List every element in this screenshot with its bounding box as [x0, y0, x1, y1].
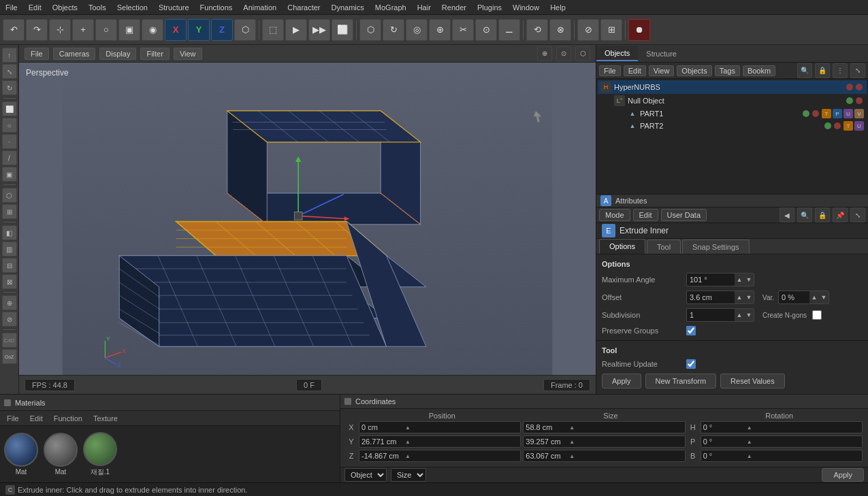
obj-toolbar-view[interactable]: View: [649, 65, 675, 76]
vt-edit[interactable]: File: [25, 48, 49, 60]
tab-structure[interactable]: Structure: [638, 47, 685, 61]
left-tool-display3[interactable]: ⊟: [2, 258, 17, 273]
max-angle-input[interactable]: [687, 274, 735, 285]
toolbar-ring[interactable]: ◎: [406, 19, 428, 41]
material-item-1[interactable]: Mat: [4, 433, 38, 476]
vt-display[interactable]: Display: [99, 48, 136, 60]
menu-dynamics[interactable]: Dynamics: [326, 2, 370, 13]
vt-icon3[interactable]: ⬡: [575, 46, 590, 61]
left-tool-display4[interactable]: ⊠: [2, 274, 17, 289]
attr-userdata-btn[interactable]: User Data: [661, 209, 707, 221]
obj-part1[interactable]: ▲ PART1 T P U V: [598, 108, 867, 120]
obj-toolbar-bookm[interactable]: Bookm: [743, 65, 775, 76]
menu-edit[interactable]: Edit: [23, 2, 47, 13]
realtime-update-checkbox[interactable]: [686, 359, 696, 369]
coords-x-rot[interactable]: ▲: [701, 421, 863, 433]
tab-objects[interactable]: Objects: [596, 46, 638, 61]
left-tool-c4d[interactable]: C4D: [2, 333, 17, 348]
coords-y-rot-input[interactable]: [701, 436, 745, 447]
coords-y-pos-input[interactable]: [359, 436, 404, 447]
menu-animation[interactable]: Animation: [238, 2, 282, 13]
toolbar-x-axis[interactable]: X: [165, 19, 187, 41]
create-ngons-checkbox[interactable]: [812, 310, 822, 320]
menu-objects[interactable]: Objects: [47, 2, 83, 13]
attr-expand-btn[interactable]: ⤡: [850, 208, 865, 222]
toolbar-render-active[interactable]: ▶: [285, 19, 307, 41]
left-tool-texture[interactable]: ⊞: [2, 204, 17, 219]
coords-y-pos[interactable]: ▲: [359, 435, 521, 448]
menu-functions[interactable]: Functions: [195, 2, 238, 13]
reset-values-btn[interactable]: Reset Values: [720, 374, 785, 388]
coords-z-rot-up[interactable]: ▲: [745, 453, 754, 459]
offset-spinbox[interactable]: ▲ ▼: [686, 291, 754, 304]
left-tool-obj[interactable]: ○: [2, 118, 17, 133]
var-up[interactable]: ▲: [809, 291, 819, 303]
menu-plugins[interactable]: Plugins: [472, 2, 507, 13]
offset-up[interactable]: ▲: [735, 291, 744, 303]
menu-window[interactable]: Window: [507, 2, 545, 13]
vt-cameras[interactable]: Cameras: [53, 48, 96, 60]
mat-file-btn[interactable]: File: [4, 414, 22, 423]
toolbar-magnet[interactable]: ⊗: [549, 19, 571, 41]
toolbar-y-axis[interactable]: Y: [188, 19, 210, 41]
obj-hyperNURBS[interactable]: H HyperNURBS: [598, 80, 867, 94]
left-tool-paint[interactable]: ⬡: [2, 188, 17, 203]
coords-z-pos-up[interactable]: ▲: [404, 453, 412, 459]
coords-x-pos-input[interactable]: [359, 422, 404, 433]
toolbar-add[interactable]: +: [72, 19, 94, 41]
attr-tab-tool[interactable]: Tool: [647, 239, 681, 254]
attr-pin-btn[interactable]: 📌: [833, 208, 848, 222]
left-tool-snap2[interactable]: ⊘: [2, 312, 17, 327]
toolbar-weld[interactable]: ⊙: [475, 19, 497, 41]
coords-x-rot-up[interactable]: ▲: [745, 425, 754, 431]
coords-x-size[interactable]: ▲: [523, 421, 685, 433]
offset-input[interactable]: [687, 292, 735, 303]
obj-toolbar-tags[interactable]: Tags: [715, 65, 740, 76]
coords-z-size-up[interactable]: ▲: [568, 453, 576, 459]
left-tool-poly[interactable]: ▣: [2, 167, 17, 182]
toolbar-mesh[interactable]: ⬡: [234, 19, 256, 41]
toolbar-sphere[interactable]: ◉: [142, 19, 163, 41]
toolbar-poly[interactable]: ⬡: [359, 19, 381, 41]
left-tool-scale[interactable]: ⤡: [2, 64, 17, 79]
var-input[interactable]: [779, 292, 809, 303]
left-tool-model[interactable]: ⬜: [2, 101, 17, 116]
coords-z-size[interactable]: ▲: [523, 450, 685, 462]
menu-tools[interactable]: Tools: [83, 2, 112, 13]
toolbar-render-all[interactable]: ▶▶: [308, 19, 330, 41]
preserve-groups-checkbox[interactable]: [686, 326, 696, 335]
left-tool-goz[interactable]: GoZ: [2, 349, 17, 364]
obj-toolbar-edit[interactable]: Edit: [624, 65, 646, 76]
attr-tab-snap[interactable]: Snap Settings: [682, 239, 750, 254]
obj-toolbar-file[interactable]: File: [599, 65, 621, 76]
left-tool-move[interactable]: ↑: [2, 48, 17, 63]
toolbar-z-axis[interactable]: Z: [211, 19, 233, 41]
var-down[interactable]: ▼: [819, 291, 829, 303]
size-dropdown[interactable]: Size: [391, 468, 426, 482]
material-item-2[interactable]: Mat: [44, 433, 78, 476]
toolbar-bridge[interactable]: ⚊: [498, 19, 520, 41]
coords-x-size-input[interactable]: [524, 422, 568, 433]
attr-search-btn[interactable]: 🔍: [797, 208, 812, 222]
obj-toolbar-objects[interactable]: Objects: [677, 65, 711, 76]
left-tool-display1[interactable]: ◧: [2, 225, 17, 240]
toolbar-move[interactable]: ⟲: [526, 19, 548, 41]
toolbar-snap[interactable]: ⊘: [577, 19, 599, 41]
toolbar-flow[interactable]: ⊕: [429, 19, 451, 41]
coords-x-rot-input[interactable]: [701, 422, 745, 433]
obj-search[interactable]: 🔍: [797, 63, 812, 78]
subdivision-down[interactable]: ▼: [744, 309, 754, 321]
toolbar-undo[interactable]: ↶: [3, 19, 25, 41]
toolbar-grid[interactable]: ⊞: [600, 19, 622, 41]
left-tool-rotate[interactable]: ↻: [2, 80, 17, 95]
coords-z-rot[interactable]: ▲: [701, 450, 863, 462]
material-item-3[interactable]: 재질.1: [83, 432, 117, 477]
mat-function-btn[interactable]: Function: [51, 414, 85, 423]
coords-y-rot-up[interactable]: ▲: [745, 439, 754, 445]
offset-down[interactable]: ▼: [744, 291, 754, 303]
vt-icon2[interactable]: ⊙: [556, 46, 571, 61]
max-angle-down[interactable]: ▼: [744, 274, 754, 286]
apply-btn[interactable]: Apply: [602, 374, 641, 388]
obj-lock[interactable]: 🔒: [815, 63, 830, 78]
attr-edit-btn[interactable]: Edit: [633, 209, 658, 221]
